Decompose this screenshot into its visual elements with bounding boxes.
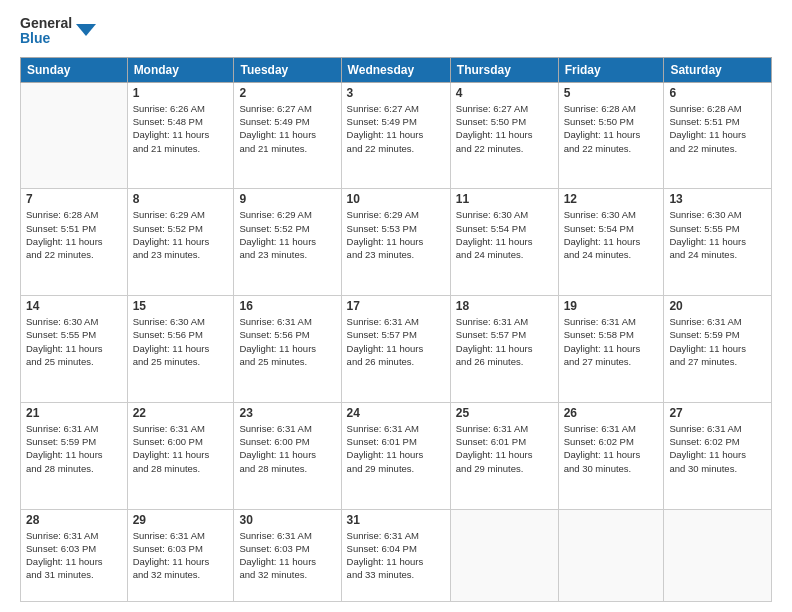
day-number: 24 [347, 406, 445, 420]
logo-general-text: General [20, 16, 72, 31]
day-number: 26 [564, 406, 659, 420]
calendar-cell: 23Sunrise: 6:31 AM Sunset: 6:00 PM Dayli… [234, 402, 341, 509]
day-number: 18 [456, 299, 553, 313]
calendar-cell: 3Sunrise: 6:27 AM Sunset: 5:49 PM Daylig… [341, 82, 450, 189]
weekday-header-saturday: Saturday [664, 57, 772, 82]
day-number: 31 [347, 513, 445, 527]
day-number: 12 [564, 192, 659, 206]
calendar-cell: 25Sunrise: 6:31 AM Sunset: 6:01 PM Dayli… [450, 402, 558, 509]
day-info: Sunrise: 6:31 AM Sunset: 6:03 PM Dayligh… [239, 529, 335, 582]
calendar-cell: 14Sunrise: 6:30 AM Sunset: 5:55 PM Dayli… [21, 296, 128, 403]
day-number: 30 [239, 513, 335, 527]
day-info: Sunrise: 6:28 AM Sunset: 5:51 PM Dayligh… [669, 102, 766, 155]
header: General Blue [20, 16, 772, 47]
calendar-cell: 10Sunrise: 6:29 AM Sunset: 5:53 PM Dayli… [341, 189, 450, 296]
day-info: Sunrise: 6:26 AM Sunset: 5:48 PM Dayligh… [133, 102, 229, 155]
calendar-cell: 18Sunrise: 6:31 AM Sunset: 5:57 PM Dayli… [450, 296, 558, 403]
day-info: Sunrise: 6:29 AM Sunset: 5:52 PM Dayligh… [239, 208, 335, 261]
calendar-cell: 31Sunrise: 6:31 AM Sunset: 6:04 PM Dayli… [341, 509, 450, 601]
calendar-cell: 7Sunrise: 6:28 AM Sunset: 5:51 PM Daylig… [21, 189, 128, 296]
day-info: Sunrise: 6:31 AM Sunset: 5:57 PM Dayligh… [456, 315, 553, 368]
calendar-cell [450, 509, 558, 601]
day-number: 17 [347, 299, 445, 313]
page: General Blue SundayMondayTuesdayWednesda… [0, 0, 792, 612]
logo: General Blue [20, 16, 96, 47]
day-info: Sunrise: 6:31 AM Sunset: 5:59 PM Dayligh… [26, 422, 122, 475]
calendar-week-row: 14Sunrise: 6:30 AM Sunset: 5:55 PM Dayli… [21, 296, 772, 403]
day-number: 28 [26, 513, 122, 527]
day-info: Sunrise: 6:31 AM Sunset: 6:02 PM Dayligh… [669, 422, 766, 475]
day-number: 8 [133, 192, 229, 206]
day-info: Sunrise: 6:28 AM Sunset: 5:51 PM Dayligh… [26, 208, 122, 261]
day-info: Sunrise: 6:30 AM Sunset: 5:54 PM Dayligh… [564, 208, 659, 261]
weekday-header-sunday: Sunday [21, 57, 128, 82]
day-info: Sunrise: 6:28 AM Sunset: 5:50 PM Dayligh… [564, 102, 659, 155]
calendar-week-row: 28Sunrise: 6:31 AM Sunset: 6:03 PM Dayli… [21, 509, 772, 601]
calendar-cell [664, 509, 772, 601]
day-number: 19 [564, 299, 659, 313]
calendar-cell: 17Sunrise: 6:31 AM Sunset: 5:57 PM Dayli… [341, 296, 450, 403]
day-number: 7 [26, 192, 122, 206]
weekday-header-wednesday: Wednesday [341, 57, 450, 82]
calendar-cell [558, 509, 664, 601]
day-info: Sunrise: 6:31 AM Sunset: 6:02 PM Dayligh… [564, 422, 659, 475]
calendar-cell: 8Sunrise: 6:29 AM Sunset: 5:52 PM Daylig… [127, 189, 234, 296]
day-info: Sunrise: 6:31 AM Sunset: 5:57 PM Dayligh… [347, 315, 445, 368]
calendar-cell: 11Sunrise: 6:30 AM Sunset: 5:54 PM Dayli… [450, 189, 558, 296]
day-info: Sunrise: 6:30 AM Sunset: 5:55 PM Dayligh… [669, 208, 766, 261]
day-number: 20 [669, 299, 766, 313]
day-number: 13 [669, 192, 766, 206]
day-number: 25 [456, 406, 553, 420]
weekday-header-monday: Monday [127, 57, 234, 82]
day-info: Sunrise: 6:31 AM Sunset: 6:04 PM Dayligh… [347, 529, 445, 582]
calendar-cell: 20Sunrise: 6:31 AM Sunset: 5:59 PM Dayli… [664, 296, 772, 403]
day-number: 16 [239, 299, 335, 313]
calendar-cell: 12Sunrise: 6:30 AM Sunset: 5:54 PM Dayli… [558, 189, 664, 296]
day-info: Sunrise: 6:30 AM Sunset: 5:56 PM Dayligh… [133, 315, 229, 368]
day-number: 15 [133, 299, 229, 313]
day-number: 1 [133, 86, 229, 100]
calendar-cell: 1Sunrise: 6:26 AM Sunset: 5:48 PM Daylig… [127, 82, 234, 189]
calendar-cell: 15Sunrise: 6:30 AM Sunset: 5:56 PM Dayli… [127, 296, 234, 403]
calendar-cell: 22Sunrise: 6:31 AM Sunset: 6:00 PM Dayli… [127, 402, 234, 509]
day-number: 21 [26, 406, 122, 420]
svg-marker-0 [76, 24, 96, 36]
calendar-cell: 30Sunrise: 6:31 AM Sunset: 6:03 PM Dayli… [234, 509, 341, 601]
day-info: Sunrise: 6:31 AM Sunset: 6:01 PM Dayligh… [347, 422, 445, 475]
weekday-header-thursday: Thursday [450, 57, 558, 82]
calendar-cell: 24Sunrise: 6:31 AM Sunset: 6:01 PM Dayli… [341, 402, 450, 509]
day-info: Sunrise: 6:29 AM Sunset: 5:53 PM Dayligh… [347, 208, 445, 261]
day-info: Sunrise: 6:27 AM Sunset: 5:49 PM Dayligh… [347, 102, 445, 155]
day-info: Sunrise: 6:31 AM Sunset: 6:00 PM Dayligh… [239, 422, 335, 475]
calendar-cell: 2Sunrise: 6:27 AM Sunset: 5:49 PM Daylig… [234, 82, 341, 189]
day-number: 11 [456, 192, 553, 206]
day-number: 14 [26, 299, 122, 313]
day-info: Sunrise: 6:31 AM Sunset: 5:58 PM Dayligh… [564, 315, 659, 368]
day-number: 9 [239, 192, 335, 206]
calendar-cell: 27Sunrise: 6:31 AM Sunset: 6:02 PM Dayli… [664, 402, 772, 509]
weekday-header-row: SundayMondayTuesdayWednesdayThursdayFrid… [21, 57, 772, 82]
day-info: Sunrise: 6:31 AM Sunset: 5:59 PM Dayligh… [669, 315, 766, 368]
calendar-cell: 28Sunrise: 6:31 AM Sunset: 6:03 PM Dayli… [21, 509, 128, 601]
day-number: 23 [239, 406, 335, 420]
calendar-cell: 5Sunrise: 6:28 AM Sunset: 5:50 PM Daylig… [558, 82, 664, 189]
day-number: 2 [239, 86, 335, 100]
day-info: Sunrise: 6:27 AM Sunset: 5:50 PM Dayligh… [456, 102, 553, 155]
day-number: 6 [669, 86, 766, 100]
weekday-header-tuesday: Tuesday [234, 57, 341, 82]
day-info: Sunrise: 6:30 AM Sunset: 5:54 PM Dayligh… [456, 208, 553, 261]
day-info: Sunrise: 6:31 AM Sunset: 6:03 PM Dayligh… [26, 529, 122, 582]
day-info: Sunrise: 6:29 AM Sunset: 5:52 PM Dayligh… [133, 208, 229, 261]
calendar-cell: 29Sunrise: 6:31 AM Sunset: 6:03 PM Dayli… [127, 509, 234, 601]
weekday-header-friday: Friday [558, 57, 664, 82]
calendar-cell: 16Sunrise: 6:31 AM Sunset: 5:56 PM Dayli… [234, 296, 341, 403]
day-number: 3 [347, 86, 445, 100]
day-info: Sunrise: 6:27 AM Sunset: 5:49 PM Dayligh… [239, 102, 335, 155]
calendar-week-row: 21Sunrise: 6:31 AM Sunset: 5:59 PM Dayli… [21, 402, 772, 509]
logo-triangle-icon [76, 16, 96, 46]
calendar-cell: 13Sunrise: 6:30 AM Sunset: 5:55 PM Dayli… [664, 189, 772, 296]
calendar-cell: 21Sunrise: 6:31 AM Sunset: 5:59 PM Dayli… [21, 402, 128, 509]
day-number: 4 [456, 86, 553, 100]
day-number: 27 [669, 406, 766, 420]
calendar-week-row: 1Sunrise: 6:26 AM Sunset: 5:48 PM Daylig… [21, 82, 772, 189]
